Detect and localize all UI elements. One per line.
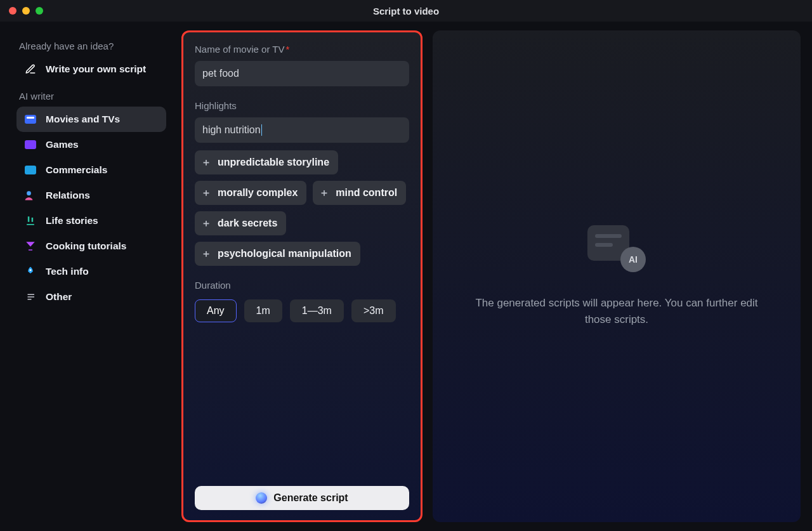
plus-icon: ＋ — [201, 188, 211, 198]
window-title: Script to video — [0, 6, 812, 16]
sidebar-item-label: Commercials — [46, 164, 107, 176]
duration-label: Duration — [195, 280, 409, 291]
list-icon — [24, 291, 37, 303]
generate-script-button[interactable]: Generate script — [195, 486, 409, 510]
highlights-input[interactable]: high nutrition — [195, 117, 409, 143]
duration-option-any[interactable]: Any — [195, 299, 237, 322]
plus-icon: ＋ — [201, 157, 211, 167]
people-icon — [24, 189, 37, 202]
write-own-script[interactable]: Write your own script — [16, 56, 166, 82]
ai-orb-icon — [256, 492, 267, 504]
highlights-input-value: high nutrition — [202, 124, 261, 136]
sidebar-item-life-stories[interactable]: Life stories — [16, 208, 166, 233]
svg-point-1 — [30, 269, 32, 271]
sidebar-item-commercials[interactable]: Commercials — [16, 157, 166, 183]
titlebar: Script to video — [0, 0, 812, 22]
sidebar: Already have an idea? Write your own scr… — [6, 30, 171, 522]
plus-icon: ＋ — [201, 249, 211, 259]
sidebar-item-label: Games — [46, 139, 79, 150]
chip-label: dark secrets — [218, 218, 277, 229]
sidebar-item-label: Movies and TVs — [46, 114, 120, 125]
sidebar-item-movies[interactable]: Movies and TVs — [16, 107, 166, 132]
output-placeholder-text: The generated scripts will appear here. … — [471, 295, 763, 327]
sidebar-item-cooking[interactable]: Cooking tutorials — [16, 233, 166, 259]
plus-icon: ＋ — [201, 218, 211, 228]
sidebar-item-label: Cooking tutorials — [46, 240, 126, 252]
suggestion-chip[interactable]: ＋ morally complex — [195, 181, 306, 205]
ai-badge-icon: AI — [620, 247, 646, 272]
cocktail-icon — [24, 240, 37, 252]
suggestion-chip[interactable]: ＋ unpredictable storyline — [195, 150, 338, 174]
sidebar-item-other[interactable]: Other — [16, 284, 166, 310]
sidebar-item-label: Other — [46, 291, 72, 303]
window-controls — [9, 7, 43, 15]
sidebar-item-tech[interactable]: Tech info — [16, 259, 166, 284]
highlights-label: Highlights — [195, 100, 409, 111]
chip-label: unpredictable storyline — [218, 157, 329, 168]
duration-option-1m[interactable]: 1m — [244, 299, 282, 322]
minimize-window-button[interactable] — [22, 7, 30, 15]
reading-icon — [24, 214, 37, 227]
required-asterisk: * — [285, 44, 289, 55]
suggestion-chip[interactable]: ＋ dark secrets — [195, 211, 286, 235]
duration-option-3m[interactable]: >3m — [351, 299, 396, 322]
sidebar-item-games[interactable]: Games — [16, 132, 166, 157]
empty-state-illustration: AI — [587, 225, 646, 272]
generate-button-label: Generate script — [273, 492, 348, 504]
sidebar-item-label: Relations — [46, 190, 90, 201]
chip-label: morally complex — [218, 187, 298, 199]
close-window-button[interactable] — [9, 7, 16, 15]
movie-name-input[interactable] — [195, 61, 409, 86]
duration-options: Any 1m 1—3m >3m — [195, 299, 409, 322]
chip-label: mind control — [336, 187, 397, 199]
suggestion-chip[interactable]: ＋ mind control — [313, 181, 406, 205]
sidebar-item-relations[interactable]: Relations — [16, 183, 166, 208]
ai-badge-text: AI — [629, 254, 638, 265]
sidebar-item-label: Write your own script — [46, 63, 146, 75]
rocket-icon — [24, 265, 37, 278]
suggestion-chip[interactable]: ＋ psychological manipulation — [195, 242, 360, 266]
duration-option-1-3m[interactable]: 1—3m — [290, 299, 344, 322]
fullscreen-window-button[interactable] — [36, 7, 43, 15]
svg-point-0 — [27, 191, 31, 195]
clapper-icon — [24, 113, 37, 126]
plus-icon: ＋ — [319, 188, 329, 198]
highlight-suggestions: ＋ unpredictable storyline ＋ morally comp… — [195, 150, 409, 266]
name-field-label-text: Name of movie or TV — [195, 44, 284, 55]
gamepad-icon — [24, 138, 37, 151]
sidebar-heading-idea: Already have an idea? — [19, 41, 166, 51]
sidebar-item-label: Tech info — [46, 266, 89, 277]
sidebar-item-label: Life stories — [46, 215, 98, 226]
ad-icon — [24, 164, 37, 176]
script-form-panel: Name of movie or TV* Highlights high nut… — [181, 30, 422, 522]
output-panel: AI The generated scripts will appear her… — [433, 30, 801, 522]
name-field-label: Name of movie or TV* — [195, 44, 409, 55]
sidebar-heading-ai: AI writer — [19, 91, 166, 102]
chip-label: psychological manipulation — [218, 248, 351, 259]
pencil-icon — [24, 63, 37, 75]
